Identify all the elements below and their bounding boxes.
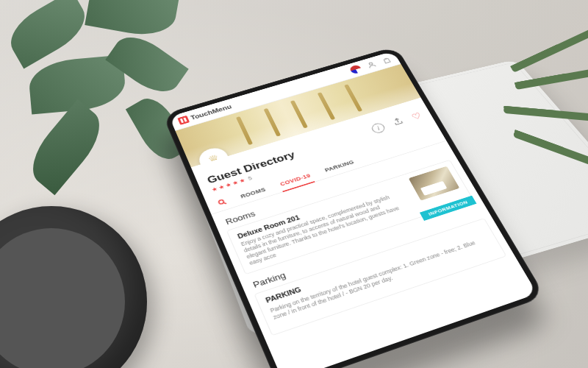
brand-logo-icon — [177, 116, 190, 125]
star-icon: ★ — [218, 183, 226, 191]
svg-point-1 — [218, 199, 224, 205]
star-icon: ★ — [224, 182, 232, 188]
svg-point-0 — [369, 63, 373, 66]
star-icon: ★ — [211, 185, 219, 193]
title-actions: i ♡ — [370, 110, 423, 134]
search-icon[interactable] — [216, 197, 229, 209]
star-icon: ★ — [238, 177, 246, 184]
info-icon[interactable]: i — [370, 122, 387, 135]
star-icon: ★ — [232, 180, 240, 186]
share-icon[interactable] — [390, 116, 406, 128]
rating-value: 5 — [247, 175, 253, 182]
favorite-icon[interactable]: ♡ — [410, 110, 423, 121]
language-flag-icon[interactable] — [348, 64, 362, 74]
bag-icon[interactable] — [380, 56, 392, 65]
user-icon[interactable] — [365, 60, 378, 69]
lifestyle-scene: TouchMenu ♕ Guest Directory — [0, 0, 588, 368]
room-thumbnail — [409, 166, 460, 201]
